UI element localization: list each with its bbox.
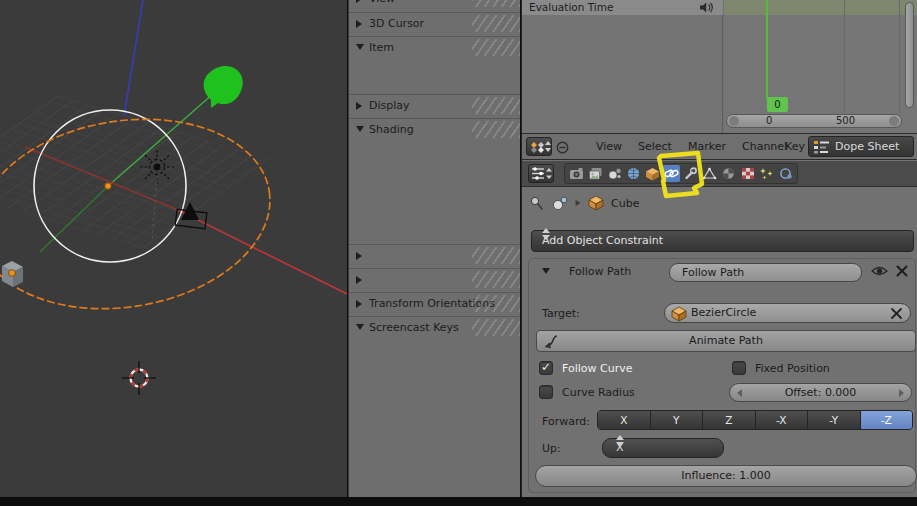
channel-row[interactable]: Evaluation Time: [522, 0, 723, 15]
current-frame-line[interactable]: [766, 0, 768, 99]
expand-down-icon: [356, 44, 364, 50]
add-constraint-label: Add Object Constraint: [542, 234, 663, 247]
physics-icon: [778, 167, 793, 180]
expand-right-icon: [356, 276, 362, 284]
influence-slider[interactable]: Influence: 1.000: [535, 465, 917, 487]
tab-physics[interactable]: [777, 165, 794, 182]
properties-tab-bar: [564, 163, 798, 184]
tab-world[interactable]: [625, 165, 642, 182]
forward-axis-x[interactable]: X: [598, 411, 651, 429]
dope-sheet-header: View Select Marker Channel Key Dope Shee…: [522, 133, 917, 160]
follow-curve-checkbox[interactable]: [539, 361, 553, 375]
tab-object[interactable]: [644, 165, 661, 182]
panel-header-background-images[interactable]: [349, 268, 520, 290]
tab-texture[interactable]: [739, 165, 756, 182]
pin-icon[interactable]: [530, 196, 544, 211]
right-editors: Evaluation Time 0 0 500: [521, 0, 917, 497]
bezier-circle-path[interactable]: [0, 99, 284, 329]
slider-left-arrow-icon[interactable]: [737, 389, 742, 397]
editor-type-button[interactable]: [526, 137, 552, 156]
panel-label: Item: [369, 37, 394, 58]
forward-axis-neg-y[interactable]: -Y: [808, 411, 861, 429]
pin-toggle-icon[interactable]: [556, 141, 569, 154]
3d-viewport[interactable]: [0, 0, 347, 497]
particles-sparkles-icon: [759, 167, 774, 180]
collapse-panel-icon[interactable]: [542, 268, 550, 274]
expand-right-icon: [356, 300, 362, 308]
delete-constraint-icon[interactable]: [895, 264, 909, 278]
stepper-arrows-icon: [542, 228, 550, 240]
panel-label: Shading: [369, 119, 414, 140]
current-frame-badge: 0: [767, 97, 788, 112]
menu-view[interactable]: View: [596, 140, 622, 153]
clear-target-icon[interactable]: [890, 307, 903, 320]
panel-header-transform-orientations[interactable]: Transform Orientations: [349, 292, 520, 314]
path-cube-object[interactable]: [2, 261, 23, 287]
offset-slider[interactable]: Offset: 0.000: [729, 383, 912, 402]
selected-channel-band: [724, 0, 917, 15]
forward-axis-neg-x[interactable]: -X: [756, 411, 809, 429]
stepper-arrows-icon: [616, 435, 624, 447]
panel-header-display[interactable]: Display: [349, 94, 520, 116]
eye-visibility-icon[interactable]: [871, 265, 888, 277]
texture-checker-icon: [741, 167, 755, 180]
tab-constraints[interactable]: [663, 165, 680, 182]
z-axis-line: [124, 0, 143, 116]
leaf-object[interactable]: [204, 66, 243, 108]
panel-header-3d-cursor[interactable]: 3D Cursor: [349, 12, 520, 34]
timeline-horizontal-scrollbar[interactable]: 0 500: [726, 114, 902, 128]
breadcrumb-object-name[interactable]: Cube: [611, 197, 639, 210]
x-axis-line-bright: [178, 210, 347, 294]
tab-scene[interactable]: [606, 165, 623, 182]
expand-down-icon: [356, 126, 364, 132]
offset-value: Offset: 0.000: [785, 386, 857, 399]
panel-header-item[interactable]: Item: [349, 36, 520, 58]
tab-object-data[interactable]: [701, 165, 718, 182]
scene-datablock-icon[interactable]: [551, 196, 568, 211]
slider-right-arrow-icon[interactable]: [899, 389, 904, 397]
add-constraint-button[interactable]: Add Object Constraint: [531, 230, 914, 252]
channel-name: Evaluation Time: [529, 0, 613, 15]
menu-select[interactable]: Select: [638, 140, 672, 153]
view3d-sidebar: View 3D Cursor Item Cube Display Shading…: [348, 0, 520, 497]
object-origin-dot: [105, 183, 111, 189]
dope-sheet-mode-selector[interactable]: Dope Sheet: [808, 136, 914, 157]
tab-modifiers[interactable]: [682, 165, 699, 182]
menu-key[interactable]: Key: [785, 140, 805, 153]
dope-sheet-timeline[interactable]: 0 0 500: [724, 0, 917, 133]
fixed-position-checkbox[interactable]: [732, 361, 746, 375]
forward-axis-neg-z[interactable]: -Z: [861, 411, 913, 429]
panel-header-shading[interactable]: Shading: [349, 118, 520, 140]
speaker-icon[interactable]: [699, 2, 713, 13]
timeline-vertical-scrollbar[interactable]: [905, 2, 914, 108]
tab-render-layers[interactable]: [587, 165, 604, 182]
scrollbar-cap[interactable]: [889, 116, 899, 126]
expand-right-icon: [356, 102, 362, 110]
forward-axis-y[interactable]: Y: [651, 411, 704, 429]
dope-sheet-editor[interactable]: Evaluation Time 0 0 500: [522, 0, 917, 133]
editor-type-button[interactable]: [528, 164, 554, 183]
menu-marker[interactable]: Marker: [688, 140, 726, 153]
animate-path-button[interactable]: Animate Path: [536, 330, 916, 352]
y-axis-line-bright: [108, 86, 222, 186]
forward-axis-z[interactable]: Z: [703, 411, 756, 429]
world-icon: [626, 167, 641, 180]
target-object-field[interactable]: BezierCircle: [664, 303, 911, 323]
panel-label: Screencast Keys: [369, 317, 459, 338]
panel-header-screencast-keys[interactable]: Screencast Keys: [349, 316, 520, 338]
scrollbar-cap[interactable]: [729, 116, 739, 126]
dope-sheet-channels[interactable]: Evaluation Time: [522, 0, 723, 133]
menu-channel[interactable]: Channel: [742, 140, 787, 153]
panel-header-view[interactable]: View: [349, 0, 520, 9]
dope-sheet-editor-icon: [528, 138, 552, 155]
constraint-name-field[interactable]: Follow Path: [669, 263, 862, 282]
panel-header-motion-tracking[interactable]: [349, 244, 520, 266]
frame-gridline: [899, 0, 900, 113]
up-axis-dropdown[interactable]: X: [602, 438, 724, 458]
curve-radius-checkbox[interactable]: [539, 385, 553, 399]
tab-particles[interactable]: [758, 165, 775, 182]
tab-material[interactable]: [720, 165, 737, 182]
tab-render[interactable]: [568, 165, 585, 182]
wrench-icon: [683, 167, 698, 180]
forward-label: Forward:: [542, 415, 590, 428]
